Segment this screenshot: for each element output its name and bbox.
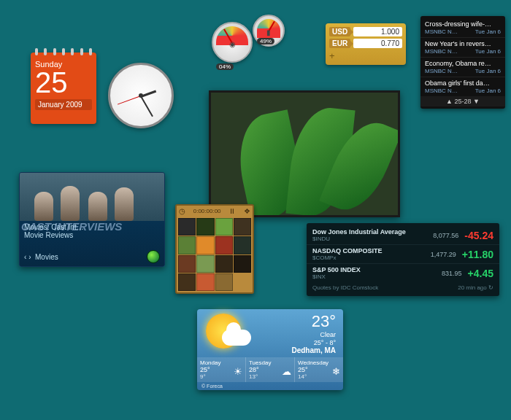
currency-value[interactable]: 1.000 [353, 27, 402, 36]
forecast-day[interactable]: Wednesday ❄ 25° 14° [295, 357, 343, 382]
media-prev-button[interactable]: ‹ [24, 253, 26, 261]
news-time: Tue Jan 6 [475, 48, 501, 55]
cpu-meter-gadget[interactable]: ▮ ◉ 04% 49% [212, 15, 285, 66]
puzzle-tile[interactable] [196, 255, 214, 273]
slideshow-gadget[interactable] [209, 90, 400, 217]
puzzle-tile[interactable] [215, 255, 233, 273]
forecast-dayname: Tuesday [249, 359, 291, 366]
puzzle-tile[interactable] [234, 236, 251, 254]
currency-code[interactable]: USD [329, 27, 350, 36]
cpu-dial: ◉ [212, 22, 253, 63]
news-headline: Cross-dressing wife-… [425, 20, 501, 28]
forecast-low: 14° [298, 373, 340, 380]
clock-second-hand [118, 96, 141, 105]
clock-minute-hand [140, 96, 153, 117]
stock-row[interactable]: Dow Jones Industrial Average $INDU 8,077… [307, 226, 499, 245]
puzzle-timer-icon: ◷ [179, 207, 185, 215]
news-source: MSNBC N… [425, 68, 458, 74]
currency-add-button[interactable]: + [329, 50, 402, 61]
news-time: Tue Jan 6 [475, 68, 501, 74]
puzzle-tile[interactable] [215, 218, 233, 236]
puzzle-tile[interactable] [215, 273, 233, 291]
puzzle-tile[interactable] [178, 236, 196, 254]
forecast-day[interactable]: Monday ☀ 25° 9° [197, 357, 246, 382]
puzzle-gadget[interactable]: ◷ 0:00:00:00 ⏸ ❖ [175, 204, 254, 294]
currency-row[interactable]: EUR 0.770 [329, 39, 402, 48]
stock-symbol: $INX [312, 273, 436, 280]
forecast-dayname: Wednesday [298, 359, 340, 366]
currency-row[interactable]: USD 1.000 [329, 27, 402, 36]
currency-value[interactable]: 0.770 [353, 39, 402, 48]
news-item[interactable]: New Year's in revers… MSNBC N…Tue Jan 6 [420, 38, 505, 58]
weather-gadget[interactable]: 23° Clear 25° - 8° Dedham, MA Monday ☀ 2… [197, 309, 343, 390]
cloud-icon [222, 330, 251, 346]
news-time: Tue Jan 6 [475, 88, 501, 94]
forecast-low: 13° [249, 373, 291, 380]
stock-change: -45.24 [464, 230, 493, 241]
news-pager[interactable]: ▲ 25-28 ▼ [420, 96, 505, 106]
weather-credit: © Foreca [197, 382, 343, 390]
forecast-day[interactable]: Tuesday ☁ 28° 13° [246, 357, 295, 382]
stock-change: +4.45 [468, 268, 493, 279]
stock-name: NASDAQ COMPOSITE [312, 247, 425, 254]
puzzle-tile[interactable] [196, 273, 214, 291]
puzzle-tile[interactable] [234, 255, 251, 273]
media-next-button[interactable]: › [28, 253, 31, 261]
clock-gadget[interactable] [108, 63, 174, 128]
puzzle-timer: 0:00:00:00 [193, 208, 221, 214]
news-item[interactable]: Economy, Obama re… MSNBC N…Tue Jan 6 [420, 58, 505, 77]
stocks-credit: Quotes by IDC Comstock [312, 284, 378, 291]
news-feed-gadget[interactable]: Cross-dressing wife-… MSNBC N…Tue Jan 6 … [420, 16, 505, 109]
weather-location[interactable]: Dedham, MA [291, 346, 336, 354]
currency-gadget[interactable]: USD 1.000 EUR 0.770 + [326, 23, 406, 65]
puzzle-tile[interactable] [215, 236, 233, 254]
puzzle-tile[interactable] [196, 236, 214, 254]
puzzle-tile[interactable] [234, 218, 251, 236]
stock-symbol: $INDU [312, 236, 427, 242]
weather-temp: 23° [312, 312, 336, 331]
stock-price: 831.95 [442, 270, 462, 277]
media-category: Movies [35, 253, 58, 261]
cpu-percent: 04% [216, 63, 234, 70]
stock-name: S&P 500 INDEX [312, 266, 436, 273]
news-item[interactable]: Cross-dressing wife-… MSNBC N…Tue Jan 6 [420, 18, 505, 38]
stock-change: +11.80 [462, 249, 493, 260]
stocks-gadget[interactable]: Dow Jones Industrial Average $INDU 8,077… [307, 223, 499, 296]
calendar-gadget[interactable]: Sunday 25 January 2009 [31, 52, 96, 124]
news-time: Tue Jan 6 [475, 28, 501, 35]
news-source: MSNBC N… [425, 28, 458, 35]
forecast-dayname: Monday [200, 359, 242, 366]
forecast-low: 9° [200, 373, 242, 380]
stock-row[interactable]: S&P 500 INDEX $INX 831.95 +4.45 [307, 264, 499, 282]
news-source: MSNBC N… [425, 88, 458, 94]
stock-price: 1,477.29 [431, 251, 456, 258]
clock-hour-hand [140, 90, 156, 98]
news-item[interactable]: Obama girls' first da… MSNBC N…Tue Jan 6 [420, 77, 505, 96]
media-thumbnail [20, 173, 164, 221]
stock-name: Dow Jones Industrial Average [312, 228, 427, 236]
stocks-refresh[interactable]: 20 min ago ↻ [458, 284, 493, 291]
windows-logo-icon[interactable] [147, 250, 160, 263]
puzzle-pause-icon[interactable]: ⏸ [228, 207, 236, 215]
puzzle-tile[interactable] [178, 255, 196, 273]
weather-condition: Clear [314, 331, 336, 339]
news-headline: Obama girls' first da… [425, 79, 501, 87]
stock-price: 8,077.56 [433, 232, 458, 239]
puzzle-tile[interactable] [178, 218, 196, 236]
news-source: MSNBC N… [425, 48, 458, 55]
puzzle-tile[interactable] [178, 273, 196, 291]
stock-row[interactable]: NASDAQ COMPOSITE $COMPx 1,477.29 +11.80 [307, 245, 499, 264]
media-overlay-text: CAST INTERVIEWS [21, 220, 157, 233]
ram-percent: 49% [257, 38, 274, 44]
stock-symbol: $COMPx [312, 254, 425, 261]
news-headline: Economy, Obama re… [425, 60, 501, 67]
calendar-month-year: January 2009 [35, 99, 92, 110]
currency-code[interactable]: EUR [329, 39, 350, 48]
puzzle-hint-icon[interactable]: ❖ [244, 207, 250, 215]
media-center-gadget[interactable]: Movies: Cast Int… Movie Reviews CAST INT… [19, 172, 165, 267]
calendar-date: 25 [35, 69, 92, 96]
news-headline: New Year's in revers… [425, 40, 501, 47]
puzzle-tile[interactable] [196, 218, 214, 236]
